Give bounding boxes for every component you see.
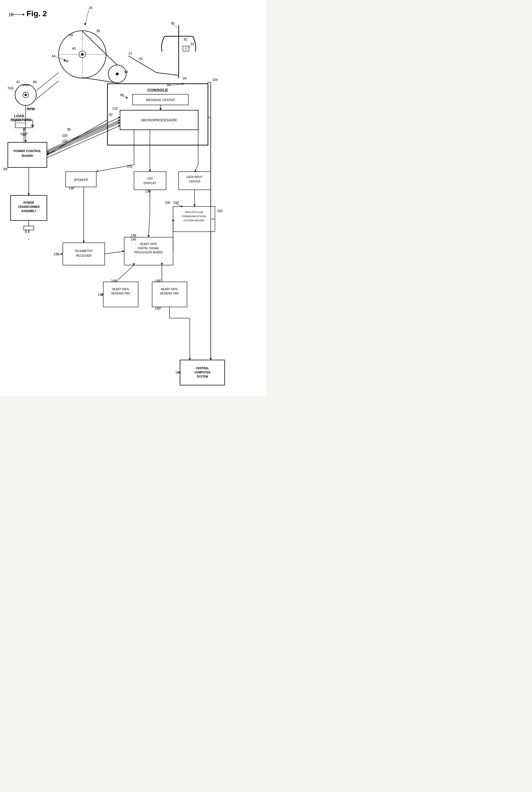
hr-dsp-line2: DIGITAL SIGNAL [138,247,159,250]
svg-point-29 [24,94,27,96]
ccs-line2: COMPUTER [194,371,210,374]
hr-pad1-line1: HEART RATE [112,288,130,291]
hr-dsp-line1: HEART RATE [140,243,157,246]
svg-point-5 [81,53,84,56]
ref144p: 144' [155,279,161,283]
ref86: 86 [33,80,37,84]
ref154: 154 [212,78,218,82]
microprocessor-text: MICROPROCESSOR [141,118,177,122]
svg-rect-18 [183,46,189,51]
ref96: 96 [31,124,35,128]
ref82: 82 [184,37,188,41]
svg-text:ASSEMBLY: ASSEMBLY [21,210,37,213]
ref144: 144 [111,279,117,283]
hr-pad1-line2: SENSING PAD [111,292,130,295]
ref148: 148 [131,234,136,237]
console-label: CONSOLE [147,88,168,92]
ref162: 162 [217,209,223,213]
ref32: 32 [190,42,194,46]
svg-text:POWER: POWER [23,201,34,204]
ref88: 88 [167,83,171,87]
svg-text:TRANSFORMER: TRANSFORMER [18,206,40,209]
hr-pad2-line1: HEART RATE [161,288,178,291]
load-resistors-label: LOAD [14,114,24,118]
hc-line2: COMMUNICATIONS [182,215,206,218]
hc-line3: SYSTEM BOARD [183,219,205,222]
ref48: 48 [124,70,128,74]
speaker-text: SPEAKER [74,178,88,181]
ref98: 98 [67,128,71,132]
hr-dsp-line3: PROCESSOR BOARD [134,251,163,254]
ref40: 40 [72,46,76,51]
ref12: 12 [128,51,132,55]
patent-diagram-page: Fig. 2 10 34 38 40 68 48 [0,0,266,396]
ref44: 44 [52,54,56,58]
ref122: 122 [69,186,74,190]
ccs-line3: SYSTEM [196,375,208,378]
pcb-line2: BOARD [22,154,33,157]
ref46: 46 [65,59,69,63]
ref38: 38 [96,29,100,33]
svg-point-13 [116,73,119,75]
ref104: 104 [173,201,179,205]
ref92: 92 [109,113,113,117]
ref42: 42 [16,80,20,84]
dic-line1: DATA INPUT [187,176,202,179]
ref68: 68 [69,33,73,37]
ref146: 146 [131,237,136,242]
ref100: 100 [62,134,68,138]
ref152: 152 [127,165,133,168]
pcb-line1: POWER CONTROL [14,149,41,153]
message-center-text: MESSAGE CENTER [146,98,175,101]
tel-line2: RECEIVER [76,254,92,257]
dic-line2: CENTER [189,180,200,183]
ref50: 50 [139,57,143,61]
led-line1: LED [147,177,153,180]
ref150: 150 [54,252,59,256]
ref90: 90 [120,93,124,97]
hc-line1: HEALTH CLUB [185,210,203,213]
ref84: 84 [183,76,187,80]
rpm-label: RPM [27,107,35,111]
svg-rect-53 [24,226,34,230]
ref110: 110 [112,107,118,111]
led-line2: DISPLAY [144,181,156,185]
ref164: 164 [175,370,181,374]
ref106: 106 [165,201,170,205]
tel-line1: TELEMETRY [75,249,93,253]
svg-rect-76 [134,172,166,190]
ccs-line1: CENTRAL [196,367,209,370]
ref140p: 140' [155,307,161,311]
svg-text:RESISTORS: RESISTORS [11,118,32,122]
fig-label: Fig. 2 [26,9,47,18]
hr-pad2-line2: SENSING PAD [160,292,179,295]
ref34: 34 [89,6,93,10]
